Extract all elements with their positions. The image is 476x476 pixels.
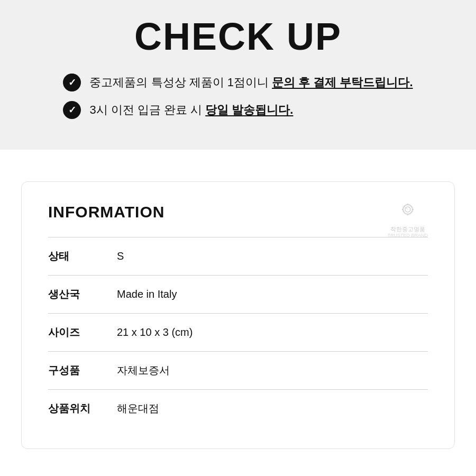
table-row: 상태 S bbox=[48, 237, 428, 276]
label-size: 사이즈 bbox=[48, 314, 117, 352]
watermark: 착한중고명품 TRUSTED BRAND bbox=[387, 202, 428, 239]
header-section: CHECK UP 중고제품의 특성상 제품이 1점이니 문의 후 결제 부탁드립… bbox=[0, 0, 476, 150]
checkmark-icon-1 bbox=[63, 74, 81, 91]
info-section-title: INFORMATION bbox=[48, 203, 428, 221]
check-text-2: 3시 이전 입금 완료 시 당일 발송됩니다. bbox=[89, 102, 293, 118]
watermark-text-2: TRUSTED BRAND bbox=[387, 233, 428, 239]
check-item-1: 중고제품의 특성상 제품이 1점이니 문의 후 결제 부탁드립니다. bbox=[63, 74, 413, 91]
watermark-text-1: 착한중고명품 bbox=[387, 225, 428, 233]
table-row: 생산국 Made in Italy bbox=[48, 276, 428, 314]
table-row: 구성품 자체보증서 bbox=[48, 352, 428, 390]
table-row: 상품위치 해운대점 bbox=[48, 390, 428, 428]
page-title: CHECK UP bbox=[11, 16, 465, 58]
value-origin: Made in Italy bbox=[117, 276, 428, 314]
label-origin: 생산국 bbox=[48, 276, 117, 314]
table-row: 사이즈 21 x 10 x 3 (cm) bbox=[48, 314, 428, 352]
value-status: S bbox=[117, 237, 428, 276]
white-gap bbox=[0, 150, 476, 181]
label-status: 상태 bbox=[48, 237, 117, 276]
checkmark-icon-2 bbox=[63, 101, 81, 119]
info-table: 상태 S 생산국 Made in Italy 사이즈 21 x 10 x 3 (… bbox=[48, 237, 428, 427]
check-list: 중고제품의 특성상 제품이 1점이니 문의 후 결제 부탁드립니다. 3시 이전… bbox=[42, 74, 434, 129]
watermark-logo-icon bbox=[397, 202, 418, 223]
value-size: 21 x 10 x 3 (cm) bbox=[117, 314, 428, 352]
label-location: 상품위치 bbox=[48, 390, 117, 428]
value-location: 해운대점 bbox=[117, 390, 428, 428]
info-section: INFORMATION 착한중고명품 TRUSTED BRAND 상태 S 생산… bbox=[21, 181, 455, 449]
check-text-1: 중고제품의 특성상 제품이 1점이니 문의 후 결제 부탁드립니다. bbox=[89, 75, 413, 91]
check-item-2: 3시 이전 입금 완료 시 당일 발송됩니다. bbox=[63, 101, 413, 119]
svg-line-6 bbox=[404, 206, 408, 209]
value-components: 자체보증서 bbox=[117, 352, 428, 390]
label-components: 구성품 bbox=[48, 352, 117, 390]
